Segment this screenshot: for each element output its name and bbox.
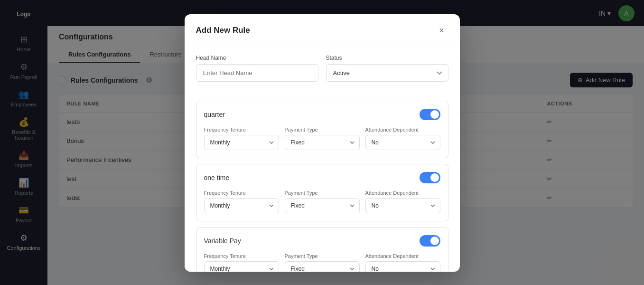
attendance-select-1[interactable]: No Yes <box>365 198 440 213</box>
modal-form-row: Head Name Status Active <box>196 55 448 82</box>
payment-select-0[interactable]: Fixed Variable <box>285 135 360 150</box>
add-new-rule-modal: Add New Rule × Head Name Status Active q… <box>185 14 460 272</box>
rule-toggle-0[interactable] <box>420 109 440 120</box>
modal-header: Add New Rule × <box>185 14 460 45</box>
rule-toggle-1[interactable] <box>420 172 440 183</box>
rule-card-header-1: one time <box>204 172 440 183</box>
attendance-group-0: Attendance Dependent No Yes <box>365 127 440 150</box>
rule-card-fields-1: Frequency Tenure Monthly Quarterly Yearl… <box>204 190 440 213</box>
payment-select-1[interactable]: Fixed Variable <box>285 198 360 213</box>
rule-card-0: quarter Frequency Tenure Monthly Quarter… <box>196 101 448 158</box>
attendance-label-0: Attendance Dependent <box>365 127 440 133</box>
modal-close-button[interactable]: × <box>435 24 448 37</box>
head-name-label: Head Name <box>196 55 318 61</box>
rule-card-name-0: quarter <box>204 111 225 118</box>
frequency-label-0: Frequency Tenure <box>204 127 279 133</box>
frequency-select-1[interactable]: Monthly Quarterly Yearly <box>204 198 279 213</box>
rule-card-name-2: Variable Pay <box>204 237 241 245</box>
payment-label-2: Payment Type <box>285 253 360 259</box>
attendance-label-2: Attendance Dependent <box>365 253 440 259</box>
rule-card-fields-0: Frequency Tenure Monthly Quarterly Yearl… <box>204 127 440 150</box>
attendance-select-2[interactable]: No Yes <box>365 261 440 272</box>
frequency-label-2: Frequency Tenure <box>204 253 279 259</box>
payment-group-0: Payment Type Fixed Variable <box>285 127 360 150</box>
head-name-group: Head Name <box>196 55 318 82</box>
modal-rules-container: quarter Frequency Tenure Monthly Quarter… <box>185 101 460 272</box>
modal-form: Head Name Status Active <box>185 45 460 101</box>
frequency-group-2: Frequency Tenure Monthly Quarterly Yearl… <box>204 253 279 272</box>
frequency-select-2[interactable]: Monthly Quarterly Yearly <box>204 261 279 272</box>
head-name-input[interactable] <box>196 64 318 82</box>
rule-card-name-1: one time <box>204 174 230 181</box>
attendance-label-1: Attendance Dependent <box>365 190 440 196</box>
status-select[interactable]: Active <box>326 64 448 82</box>
rule-card-header-2: Variable Pay <box>204 235 440 247</box>
frequency-select-0[interactable]: Monthly Quarterly Yearly <box>204 135 279 150</box>
close-icon: × <box>439 26 444 36</box>
payment-label-1: Payment Type <box>285 190 360 196</box>
attendance-group-1: Attendance Dependent No Yes <box>365 190 440 213</box>
frequency-label-1: Frequency Tenure <box>204 190 279 196</box>
rule-card-header-0: quarter <box>204 109 440 120</box>
payment-label-0: Payment Type <box>285 127 360 133</box>
payment-group-1: Payment Type Fixed Variable <box>285 190 360 213</box>
rule-card-2: Variable Pay Frequency Tenure Monthly Qu… <box>196 227 448 272</box>
payment-select-2[interactable]: Fixed Variable <box>285 261 360 272</box>
frequency-group-0: Frequency Tenure Monthly Quarterly Yearl… <box>204 127 279 150</box>
status-label: Status <box>326 55 448 61</box>
rule-toggle-2[interactable] <box>420 235 440 247</box>
rule-card-1: one time Frequency Tenure Monthly Quarte… <box>196 164 448 221</box>
payment-group-2: Payment Type Fixed Variable <box>285 253 360 272</box>
attendance-group-2: Attendance Dependent No Yes <box>365 253 440 272</box>
rule-card-fields-2: Frequency Tenure Monthly Quarterly Yearl… <box>204 253 440 272</box>
attendance-select-0[interactable]: No Yes <box>365 135 440 150</box>
status-group: Status Active <box>326 55 448 82</box>
modal-title: Add New Rule <box>196 26 250 35</box>
frequency-group-1: Frequency Tenure Monthly Quarterly Yearl… <box>204 190 279 213</box>
